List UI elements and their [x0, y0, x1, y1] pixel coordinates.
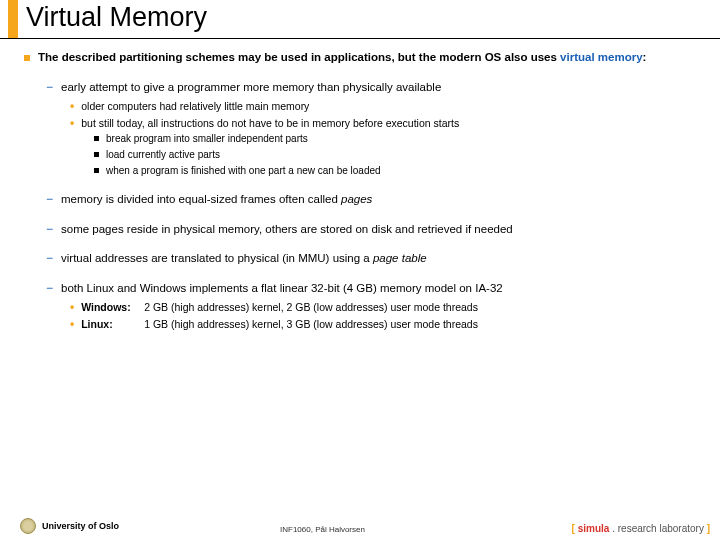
dot-bullet-icon: •	[70, 99, 74, 115]
linux-split-text: Linux: 1 GB (high addresses) kernel, 3 G…	[81, 317, 478, 333]
small-square-bullet-icon	[94, 136, 99, 141]
simula-dot: .	[609, 523, 617, 534]
page-table-pre: virtual addresses are translated to phys…	[61, 252, 373, 264]
intro-post: :	[643, 51, 647, 63]
course-info: INF1060, Pål Halvorsen	[280, 525, 365, 534]
page-table-term: page table	[373, 252, 427, 264]
title-accent	[8, 0, 18, 38]
older-computers-text: older computers had relatively little ma…	[81, 99, 309, 115]
university-name: University of Oslo	[42, 521, 119, 531]
windows-split-text: Windows: 2 GB (high addresses) kernel, 2…	[81, 300, 478, 316]
bullet-load-active: load currently active parts	[94, 148, 708, 162]
bullet-linux-windows: − both Linux and Windows implements a fl…	[46, 281, 708, 297]
bullet-windows-split: • Windows: 2 GB (high addresses) kernel,…	[70, 300, 708, 316]
but-still-text: but still today, all instructions do not…	[81, 116, 459, 132]
bullet-intro: The described partitioning schemes may b…	[24, 50, 708, 66]
bullet-but-still: • but still today, all instructions do n…	[70, 116, 708, 132]
bullet-pages: − memory is divided into equal-sized fra…	[46, 192, 708, 208]
virtual-memory-term: virtual memory	[560, 51, 642, 63]
linux-windows-text: both Linux and Windows implements a flat…	[61, 281, 503, 297]
square-bullet-icon	[24, 55, 30, 61]
bullet-physical-disk: − some pages reside in physical memory, …	[46, 222, 708, 238]
pages-text: memory is divided into equal-sized frame…	[61, 192, 372, 208]
intro-pre: The described partitioning schemes may b…	[38, 51, 560, 63]
intro-text: The described partitioning schemes may b…	[38, 50, 646, 66]
dash-bullet-icon: −	[46, 192, 53, 208]
dot-bullet-icon: •	[70, 300, 74, 316]
slide-body: The described partitioning schemes may b…	[24, 50, 708, 333]
bullet-break-program: break program into smaller independent p…	[94, 132, 708, 146]
pages-term: pages	[341, 193, 372, 205]
bullet-older-computers: • older computers had relatively little …	[70, 99, 708, 115]
dot-bullet-icon: •	[70, 116, 74, 132]
dot-bullet-icon: •	[70, 317, 74, 333]
bullet-early-attempt: − early attempt to give a programmer mor…	[46, 80, 708, 96]
pages-pre: memory is divided into equal-sized frame…	[61, 193, 341, 205]
simula-lab: research laboratory	[618, 523, 704, 534]
bullet-finished-part: when a program is finished with one part…	[94, 164, 708, 178]
finished-part-text: when a program is finished with one part…	[106, 164, 381, 178]
windows-detail: 2 GB (high addresses) kernel, 2 GB (low …	[144, 301, 478, 313]
bullet-page-table: − virtual addresses are translated to ph…	[46, 251, 708, 267]
small-square-bullet-icon	[94, 152, 99, 157]
title-underline	[0, 38, 720, 39]
slide-title: Virtual Memory	[26, 2, 207, 33]
university-seal-icon	[20, 518, 36, 534]
break-program-text: break program into smaller independent p…	[106, 132, 308, 146]
dash-bullet-icon: −	[46, 281, 53, 297]
linux-detail: 1 GB (high addresses) kernel, 3 GB (low …	[144, 318, 478, 330]
slide-footer: University of Oslo INF1060, Pål Halvorse…	[0, 516, 720, 540]
dash-bullet-icon: −	[46, 251, 53, 267]
early-attempt-text: early attempt to give a programmer more …	[61, 80, 441, 96]
simula-logo: [ simula . research laboratory ]	[572, 523, 710, 534]
footer-left: University of Oslo	[20, 518, 119, 534]
bullet-linux-split: • Linux: 1 GB (high addresses) kernel, 3…	[70, 317, 708, 333]
linux-label: Linux:	[81, 317, 141, 332]
physical-disk-text: some pages reside in physical memory, ot…	[61, 222, 513, 238]
windows-label: Windows:	[81, 300, 141, 315]
load-active-text: load currently active parts	[106, 148, 220, 162]
simula-word: simula	[578, 523, 610, 534]
dash-bullet-icon: −	[46, 222, 53, 238]
page-table-text: virtual addresses are translated to phys…	[61, 251, 427, 267]
small-square-bullet-icon	[94, 168, 99, 173]
dash-bullet-icon: −	[46, 80, 53, 96]
bracket-close: ]	[704, 523, 710, 534]
